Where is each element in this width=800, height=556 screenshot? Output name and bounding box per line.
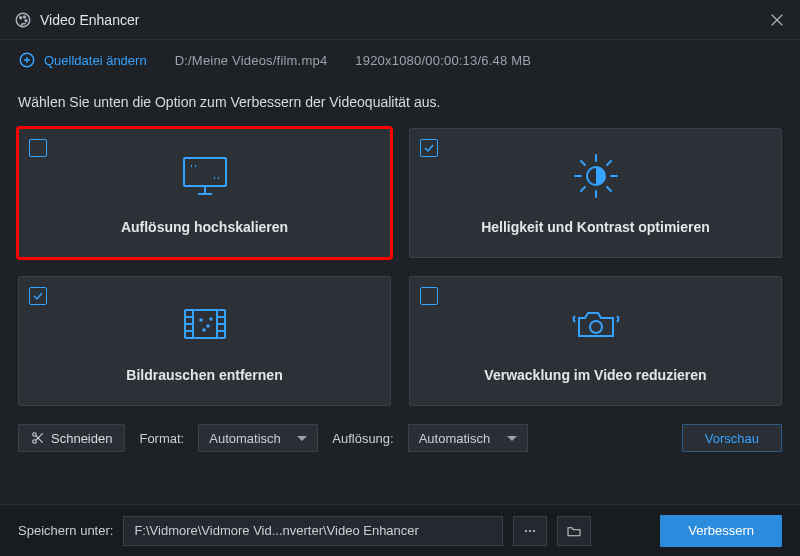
- chevron-down-icon: [507, 436, 517, 446]
- svg-point-41: [525, 529, 527, 531]
- card-label: Auflösung hochskalieren: [121, 219, 288, 235]
- svg-point-2: [24, 16, 26, 18]
- options-row: Schneiden Format: Automatisch Auflösung:…: [18, 424, 782, 452]
- cut-label: Schneiden: [51, 431, 112, 446]
- svg-point-35: [210, 318, 212, 320]
- close-icon[interactable]: [768, 11, 786, 29]
- svg-point-1: [20, 16, 22, 18]
- format-select[interactable]: Automatisch: [198, 424, 318, 452]
- enhance-button[interactable]: Verbessern: [660, 515, 782, 547]
- content: Wählen Sie unten die Option zum Verbesse…: [0, 80, 800, 452]
- svg-rect-9: [184, 158, 226, 186]
- checkbox-denoise[interactable]: [29, 287, 47, 305]
- svg-line-22: [581, 187, 585, 191]
- sun-icon: [571, 151, 621, 201]
- resolution-select[interactable]: Automatisch: [408, 424, 528, 452]
- format-label: Format:: [139, 431, 184, 446]
- card-label: Verwacklung im Video reduzieren: [484, 367, 706, 383]
- source-info: 1920x1080/00:00:13/6.48 MB: [355, 53, 531, 68]
- svg-point-32: [200, 319, 202, 321]
- card-denoise[interactable]: Bildrauschen entfernen: [18, 276, 391, 406]
- change-source-label: Quelldatei ändern: [44, 53, 147, 68]
- svg-line-20: [607, 187, 611, 191]
- source-toolbar: Quelldatei ändern D:/Meine Videos/film.m…: [0, 40, 800, 80]
- chevron-down-icon: [297, 436, 307, 446]
- monitor-icon: [178, 154, 232, 198]
- option-grid: Auflösung hochskalieren Helligkeit und K…: [18, 128, 782, 406]
- card-shake[interactable]: Verwacklung im Video reduzieren: [409, 276, 782, 406]
- preview-button[interactable]: Vorschau: [682, 424, 782, 452]
- change-source-button[interactable]: Quelldatei ändern: [18, 51, 147, 69]
- svg-point-42: [529, 529, 531, 531]
- plus-circle-icon: [18, 51, 36, 69]
- resolution-value: Automatisch: [419, 431, 491, 446]
- scissors-icon: [31, 431, 45, 445]
- svg-point-3: [25, 19, 27, 21]
- ellipsis-icon: [522, 523, 538, 539]
- check-icon: [32, 290, 44, 302]
- bottom-bar: Speichern unter: F:\Vidmore\Vidmore Vid.…: [0, 504, 800, 556]
- card-brightness[interactable]: Helligkeit und Kontrast optimieren: [409, 128, 782, 258]
- svg-point-0: [16, 13, 30, 27]
- format-value: Automatisch: [209, 431, 281, 446]
- checkbox-brightness[interactable]: [420, 139, 438, 157]
- film-icon: [181, 304, 229, 344]
- resolution-label: Auflösung:: [332, 431, 393, 446]
- card-upscale[interactable]: Auflösung hochskalieren: [18, 128, 391, 258]
- save-label: Speichern unter:: [18, 523, 113, 538]
- checkbox-shake[interactable]: [420, 287, 438, 305]
- source-path: D:/Meine Videos/film.mp4: [175, 53, 328, 68]
- camera-shake-icon: [569, 302, 623, 346]
- save-path-value: F:\Vidmore\Vidmore Vid...nverter\Video E…: [134, 523, 418, 538]
- svg-point-37: [33, 433, 37, 437]
- card-label: Helligkeit und Kontrast optimieren: [481, 219, 710, 235]
- palette-icon: [14, 11, 32, 29]
- browse-folder-button[interactable]: [557, 516, 591, 546]
- cut-button[interactable]: Schneiden: [18, 424, 125, 452]
- window-title: Video Enhancer: [40, 12, 768, 28]
- card-label: Bildrauschen entfernen: [126, 367, 282, 383]
- titlebar: Video Enhancer: [0, 0, 800, 40]
- svg-point-43: [533, 529, 535, 531]
- checkbox-upscale[interactable]: [29, 139, 47, 157]
- check-icon: [423, 142, 435, 154]
- enhance-label: Verbessern: [688, 523, 754, 538]
- preview-label: Vorschau: [705, 431, 759, 446]
- svg-point-34: [203, 329, 205, 331]
- save-path-input[interactable]: F:\Vidmore\Vidmore Vid...nverter\Video E…: [123, 516, 503, 546]
- svg-point-38: [33, 440, 37, 444]
- svg-point-33: [207, 325, 209, 327]
- folder-icon: [566, 523, 582, 539]
- svg-line-21: [607, 161, 611, 165]
- svg-point-36: [590, 321, 602, 333]
- more-button[interactable]: [513, 516, 547, 546]
- intro-text: Wählen Sie unten die Option zum Verbesse…: [18, 94, 782, 110]
- svg-line-19: [581, 161, 585, 165]
